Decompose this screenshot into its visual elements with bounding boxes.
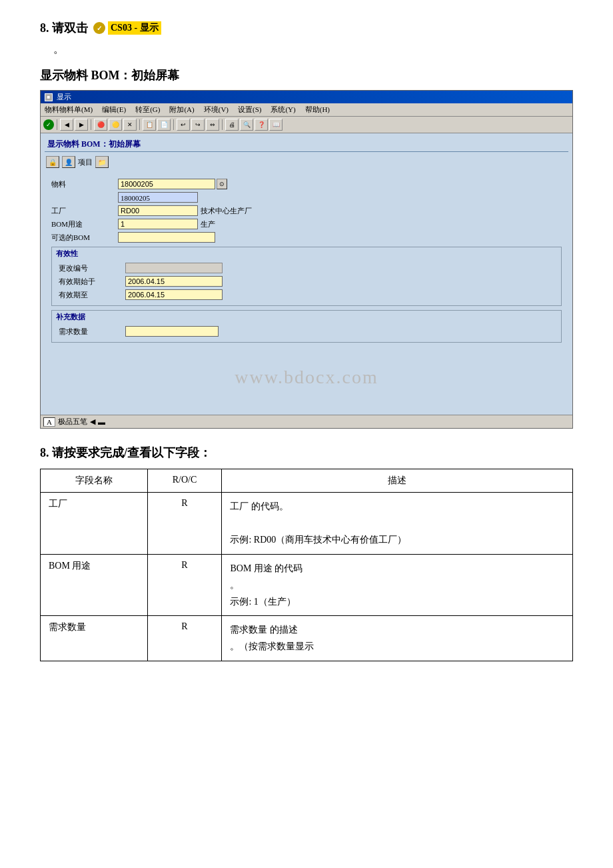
material-input[interactable] — [118, 179, 215, 189]
separator1 — [57, 119, 57, 130]
toolbar-btn-8[interactable]: ↩ — [177, 119, 190, 131]
optional-bom-label: 可选的BOM — [51, 233, 118, 243]
step8-number: 8. 请双击 — [40, 20, 88, 36]
cs03-icon — [93, 22, 105, 34]
sap-content: 显示物料 BOM：初始屏幕 🔒 👤 项目 📁 物料 ⊙ 18000205 — [41, 133, 572, 415]
bom-usage-row: BOM用途 生产 — [51, 219, 562, 229]
row3-field: 需求数量 — [41, 616, 148, 661]
table-row: BOM 用途 R BOM 用途 的代码。 示例: 1（生产） — [41, 554, 573, 616]
statusbar-a: A — [43, 417, 55, 427]
toolbar-btn-13[interactable]: ❓ — [255, 119, 268, 131]
bom-usage-text: 生产 — [201, 219, 215, 229]
table-row: 需求数量 R 需求数量 的描述。（按需求数量显示 — [41, 616, 573, 661]
supplement-content: 需求数量 — [52, 323, 561, 342]
info-table: 字段名称 R/O/C 描述 工厂 R 工厂 的代码。 示例: RD00（商用车技… — [40, 469, 573, 661]
demand-qty-row: 需求数量 — [59, 326, 554, 337]
validity-title: 有效性 — [52, 247, 561, 260]
valid-from-input[interactable] — [125, 276, 223, 287]
row2-field: BOM 用途 — [41, 554, 148, 616]
screen-icon-label: 项目 — [78, 157, 93, 167]
toolbar-btn-2[interactable]: ▶ — [75, 119, 88, 131]
statusbar-text: 极品五笔 — [58, 417, 87, 427]
toolbar-btn-6[interactable]: 📋 — [143, 119, 156, 131]
valid-to-label: 有效期至 — [59, 290, 125, 300]
row1-roc: R — [147, 493, 222, 555]
statusbar-icon2[interactable]: ▬ — [98, 418, 105, 426]
material-label: 物料 — [51, 179, 118, 189]
step8-heading: 8. 请双击 CS03 - 显示 — [40, 20, 573, 36]
plant-label: 工厂 — [51, 206, 118, 216]
toolbar-btn-12[interactable]: 🔍 — [240, 119, 253, 131]
separator2 — [91, 119, 91, 130]
toolbar-btn-14[interactable]: 📖 — [269, 119, 283, 131]
change-num-row: 更改编号 — [59, 263, 554, 273]
screen-icon-2[interactable]: 👤 — [62, 156, 75, 168]
table-header-desc: 描述 — [222, 469, 573, 493]
sap-statusbar: A 极品五笔 ◀ ▬ — [41, 415, 572, 428]
sap-window-title: 显示 — [57, 92, 71, 102]
toolbar-btn-4[interactable]: 🟡 — [109, 119, 122, 131]
optional-bom-input[interactable] — [118, 232, 215, 243]
toolbar-btn-7[interactable]: 📄 — [157, 119, 171, 131]
separator5 — [222, 119, 223, 130]
sap-screen-toolbar: 🔒 👤 项目 📁 — [45, 155, 568, 169]
sap-screen-title: 显示物料 BOM：初始屏幕 — [45, 137, 568, 152]
statusbar-icon1[interactable]: ◀ — [90, 417, 95, 426]
plant-text: 技术中心生产厂 — [201, 206, 252, 216]
material-search-icon[interactable]: ⊙ — [217, 179, 227, 189]
screen-icon-1[interactable]: 🔒 — [46, 156, 59, 168]
row3-desc: 需求数量 的描述。（按需求数量显示 — [222, 616, 573, 661]
sap-menubar[interactable]: 物料物料单(M) 编辑(E) 转至(G) 附加(A) 环境(V) 设置(S) 系… — [41, 103, 572, 117]
cs03-label: CS03 - 显示 — [108, 21, 161, 35]
cs03-badge: CS03 - 显示 — [93, 21, 161, 35]
material-row: 物料 ⊙ — [51, 179, 562, 189]
validity-groupbox: 有效性 更改编号 有效期始于 有效期至 — [51, 247, 562, 306]
sap-titlebar: ■ 显示 — [41, 91, 572, 103]
supplement-title: 补充数据 — [52, 311, 561, 323]
watermark: www.bdocx.com — [51, 347, 562, 408]
menu-help[interactable]: 帮助(H) — [304, 105, 331, 115]
bom-usage-label: BOM用途 — [51, 219, 118, 229]
supplement-groupbox: 补充数据 需求数量 — [51, 310, 562, 343]
row2-roc: R — [147, 554, 222, 616]
change-num-label: 更改编号 — [59, 263, 125, 273]
sap-toolbar: ◀ ▶ 🔴 🟡 ✕ 📋 📄 ↩ ↪ ⇔ 🖨 🔍 ❓ 📖 — [41, 117, 572, 133]
toolbar-btn-11[interactable]: 🖨 — [225, 119, 239, 131]
menu-settings[interactable]: 设置(S) — [237, 105, 263, 115]
demand-qty-input[interactable] — [125, 326, 219, 337]
optional-bom-row: 可选的BOM — [51, 232, 562, 243]
row1-field: 工厂 — [41, 493, 148, 555]
material-row2: 18000205 — [51, 192, 562, 203]
menu-extra[interactable]: 附加(A) — [168, 105, 195, 115]
toolbar-btn-5[interactable]: ✕ — [123, 119, 137, 131]
toolbar-btn-9[interactable]: ↪ — [191, 119, 205, 131]
menu-env[interactable]: 环境(V) — [203, 105, 230, 115]
section-title: 显示物料 BOM：初始屏幕 — [40, 67, 573, 83]
menu-system[interactable]: 系统(Y) — [269, 105, 297, 115]
screen-icon-3[interactable]: 📁 — [95, 156, 109, 168]
row3-roc: R — [147, 616, 222, 661]
sap-window: ■ 显示 物料物料单(M) 编辑(E) 转至(G) 附加(A) 环境(V) 设置… — [40, 90, 573, 429]
row1-desc: 工厂 的代码。 示例: RD00（商用车技术中心有价值工厂） — [222, 493, 573, 555]
toolbar-btn-3[interactable]: 🔴 — [94, 119, 107, 131]
row2-desc: BOM 用途 的代码。 示例: 1（生产） — [222, 554, 573, 616]
menu-edit[interactable]: 编辑(E) — [101, 105, 127, 115]
menu-material[interactable]: 物料物料单(M) — [43, 105, 94, 115]
plant-row: 工厂 技术中心生产厂 — [51, 205, 562, 216]
valid-to-row: 有效期至 — [59, 289, 554, 300]
change-num-input[interactable] — [125, 263, 223, 273]
toolbar-btn-10[interactable]: ⇔ — [206, 119, 219, 131]
material-value2: 18000205 — [118, 192, 198, 203]
separator3 — [139, 119, 140, 130]
period-text: 。 — [53, 43, 573, 57]
execute-button[interactable] — [43, 119, 54, 130]
separator4 — [173, 119, 174, 130]
menu-goto[interactable]: 转至(G) — [134, 105, 161, 115]
table-row: 工厂 R 工厂 的代码。 示例: RD00（商用车技术中心有价值工厂） — [41, 493, 573, 555]
valid-to-input[interactable] — [125, 289, 223, 300]
table-header-field: 字段名称 — [41, 469, 148, 493]
valid-from-label: 有效期始于 — [59, 277, 125, 287]
bom-usage-input[interactable] — [118, 219, 198, 229]
plant-input[interactable] — [118, 205, 198, 216]
toolbar-btn-1[interactable]: ◀ — [60, 119, 73, 131]
